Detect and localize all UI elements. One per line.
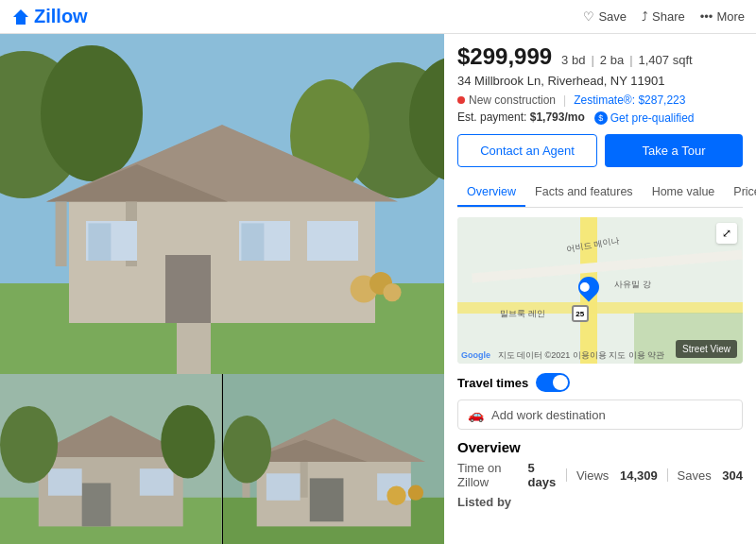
logo-text: Zillow — [34, 6, 88, 27]
sqft-stat: 1,407 sqft — [639, 53, 693, 67]
map-container[interactable]: 어비드 메이나 사유밀 강 밀브룩 레인 25 ⤢ Street View Go… — [457, 217, 743, 364]
views-stat: Views 14,309 — [576, 468, 658, 483]
tab-facts[interactable]: Facts and features — [525, 178, 643, 207]
stat-divider-2 — [667, 468, 668, 482]
views-label: Views — [576, 468, 609, 483]
svg-marker-0 — [13, 9, 28, 25]
map-label-3: 밀브룩 레인 — [500, 308, 545, 320]
new-construction-tag: New construction — [457, 94, 556, 107]
svg-point-22 — [383, 283, 401, 301]
detail-tabs: Overview Facts and features Home value P… — [457, 178, 743, 208]
est-payment: Est. payment: $1,793/mo $ Get pre-qualif… — [457, 110, 743, 125]
svg-rect-19 — [177, 323, 211, 374]
s-icon: $ — [594, 111, 608, 125]
save-label: Save — [598, 9, 627, 24]
svg-rect-28 — [48, 468, 82, 496]
overview-section: Overview Time on Zillow 5 days Views 14,… — [457, 439, 743, 489]
svg-point-31 — [161, 405, 215, 478]
share-label: Share — [652, 9, 685, 24]
map-expand-button[interactable]: ⤢ — [716, 223, 737, 244]
stat-sep-2: | — [629, 53, 632, 67]
zillow-logo: Zillow — [11, 6, 583, 27]
take-tour-button[interactable]: Take a Tour — [605, 134, 743, 167]
est-payment-value: $1,793/mo — [530, 110, 585, 124]
map-data-attr: 지도 데이터 ©2021 이용이용 지도 이용 약관 — [498, 350, 665, 360]
svg-point-44 — [407, 485, 422, 501]
stat-sep-1: | — [591, 53, 593, 67]
save-action[interactable]: ♡ Save — [583, 9, 627, 24]
zillow-logo-icon — [11, 8, 30, 26]
contact-agent-button[interactable]: Contact an Agent — [457, 134, 597, 167]
thumb-house-2 — [223, 374, 445, 544]
add-work-destination[interactable]: 🚗 Add work destination — [457, 400, 743, 430]
photo-thumb-2[interactable] — [223, 374, 445, 544]
commute-icon: 🚗 — [468, 407, 484, 422]
travel-toggle[interactable] — [536, 373, 570, 392]
listing-stats: 3 bd | 2 ba | 1,407 sqft — [561, 53, 693, 67]
time-on-zillow-value: 5 days — [528, 461, 558, 489]
more-action[interactable]: ••• More — [700, 9, 745, 24]
main-content: $299,999 3 bd | 2 ba | 1,407 sqft 34 Mil… — [0, 34, 756, 544]
photos-panel — [0, 34, 444, 544]
svg-rect-27 — [82, 483, 112, 526]
pre-qualify-link[interactable]: $ Get pre-qualified — [594, 111, 695, 125]
zestimate: Zestimate®: $287,223 — [574, 94, 685, 107]
add-work-label: Add work destination — [491, 408, 606, 422]
svg-point-3 — [41, 45, 143, 181]
tab-overview[interactable]: Overview — [457, 178, 525, 207]
photo-thumbnails — [0, 374, 444, 544]
svg-rect-15 — [88, 223, 111, 261]
svg-rect-39 — [309, 478, 343, 521]
route-marker: 25 — [572, 305, 589, 322]
map-label-2: 사유밀 강 — [614, 279, 651, 291]
svg-rect-13 — [165, 255, 211, 323]
saves-stat: Saves 304 — [678, 468, 743, 483]
svg-rect-38 — [300, 462, 307, 498]
share-icon: ⤴ — [642, 9, 648, 24]
red-dot-icon — [457, 96, 465, 104]
more-icon: ••• — [700, 9, 713, 24]
views-value: 14,309 — [620, 468, 658, 483]
svg-point-43 — [387, 486, 405, 505]
google-attribution: Google 지도 데이터 ©2021 이용이용 지도 이용 약관 — [461, 349, 664, 362]
tab-home-value[interactable]: Home value — [643, 178, 725, 207]
tab-price-tax[interactable]: Price and tax his… — [724, 178, 756, 207]
street-view-button[interactable]: Street View — [676, 340, 737, 358]
time-on-zillow-stat: Time on Zillow 5 days — [457, 461, 557, 489]
map-road-diag — [472, 249, 743, 282]
svg-rect-29 — [140, 468, 174, 496]
action-buttons: Contact an Agent Take a Tour — [457, 134, 743, 167]
svg-point-42 — [223, 416, 271, 483]
tags-line: New construction | Zestimate®: $287,223 — [457, 94, 743, 107]
beds-stat: 3 bd — [561, 53, 585, 67]
svg-rect-18 — [307, 221, 358, 261]
heart-icon: ♡ — [583, 9, 594, 24]
main-photo[interactable] — [0, 34, 444, 374]
price-line: $299,999 3 bd | 2 ba | 1,407 sqft — [457, 43, 743, 70]
saves-label: Saves — [678, 468, 712, 483]
thumb-house-1 — [0, 374, 222, 544]
svg-point-30 — [0, 406, 58, 484]
zestimate-value: $287,223 — [638, 94, 685, 107]
travel-times-label: Travel times — [457, 376, 528, 390]
tag-separator: | — [563, 94, 566, 107]
listed-by: Listed by — [457, 495, 743, 509]
more-label: More — [716, 9, 745, 24]
svg-rect-17 — [241, 223, 264, 261]
overview-stats: Time on Zillow 5 days Views 14,309 Saves… — [457, 461, 743, 489]
main-house-image — [0, 34, 444, 374]
new-construction-label: New construction — [469, 94, 556, 107]
header-actions: ♡ Save ⤴ Share ••• More — [583, 9, 745, 24]
share-action[interactable]: ⤴ Share — [642, 9, 685, 24]
map-pin — [578, 277, 599, 298]
svg-rect-11 — [56, 202, 67, 266]
time-on-zillow-label: Time on Zillow — [457, 461, 517, 489]
listing-address: 34 Millbrook Ln, Riverhead, NY 11901 — [457, 74, 743, 88]
travel-times-section: Travel times — [457, 373, 743, 392]
svg-rect-40 — [266, 473, 300, 501]
stat-divider-1 — [566, 468, 567, 482]
listing-price: $299,999 — [457, 43, 552, 70]
header: Zillow ♡ Save ⤴ Share ••• More — [0, 0, 756, 34]
photo-thumb-1[interactable] — [0, 374, 222, 544]
saves-value: 304 — [722, 468, 743, 483]
